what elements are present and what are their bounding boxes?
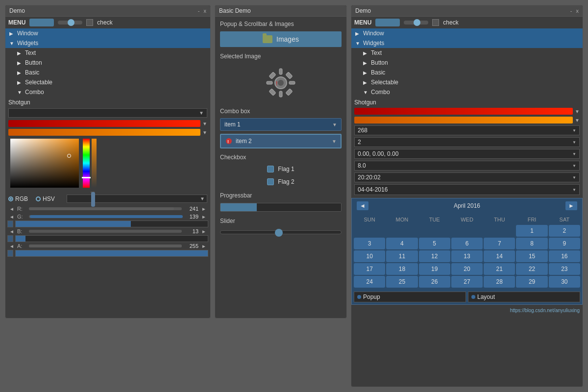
r-right-btn[interactable]: ► — [200, 206, 207, 212]
orange-bar-arrow-icon[interactable]: ▼ — [202, 130, 207, 135]
g-slider-track[interactable] — [29, 215, 182, 218]
a-slider-track[interactable] — [29, 245, 182, 247]
right-v4-row[interactable]: 8.0 ▼ — [354, 161, 580, 171]
cal-day-5[interactable]: 5 — [419, 238, 450, 249]
right-tree-item-window[interactable]: ▶ Window — [351, 28, 583, 38]
mid-slider-thumb[interactable] — [275, 229, 283, 237]
cal-day-15[interactable]: 15 — [516, 250, 547, 262]
calendar-prev-btn[interactable]: ◄ — [357, 201, 368, 210]
tree-item-window[interactable]: ▶ Window — [5, 28, 210, 38]
right-panel-minimize[interactable]: - — [570, 8, 572, 14]
right-v3-row[interactable]: 0.00, 0.00, 0.00 ▼ — [354, 149, 580, 159]
cal-day-12[interactable]: 12 — [419, 250, 450, 262]
left-menu-checkbox[interactable] — [86, 19, 93, 26]
cal-day-6[interactable]: 6 — [451, 238, 483, 249]
right-tree-item-combo[interactable]: ▼ Combo — [359, 87, 583, 97]
left-menu-slider[interactable] — [58, 21, 82, 24]
flag2-checkbox[interactable] — [267, 178, 274, 185]
color-scrollbar[interactable] — [91, 192, 95, 193]
red-bar-arrow-icon[interactable]: ▼ — [202, 121, 207, 126]
flag1-checkbox[interactable] — [267, 166, 274, 172]
left-panel-close[interactable]: x — [204, 8, 207, 14]
left-menu-button[interactable] — [29, 19, 54, 26]
a-left-btn[interactable]: ◄ — [8, 244, 15, 249]
cal-day-2[interactable]: 2 — [549, 225, 580, 237]
tree-item-combo[interactable]: ▼ Combo — [13, 87, 210, 97]
color-gradient[interactable] — [10, 139, 79, 188]
cal-day-17[interactable]: 17 — [354, 263, 385, 275]
a-bar[interactable] — [15, 250, 208, 257]
cal-day-13[interactable]: 13 — [451, 250, 483, 262]
cal-day-3[interactable]: 3 — [354, 238, 385, 249]
right-red-bar-arrow-icon[interactable]: ▼ — [575, 109, 580, 114]
cal-day-27[interactable]: 27 — [451, 276, 483, 288]
cal-day-9[interactable]: 9 — [549, 238, 580, 249]
cal-day-1[interactable]: 1 — [516, 225, 547, 237]
a-right-btn[interactable]: ► — [200, 244, 207, 249]
right-menu-button[interactable] — [375, 19, 400, 26]
right-date-row[interactable]: 04-04-2016 ▼ — [354, 184, 580, 195]
cal-day-19[interactable]: 19 — [419, 263, 450, 275]
right-tree-item-selectable[interactable]: ▶ Selectable — [359, 77, 583, 87]
calendar-next-btn[interactable]: ► — [565, 201, 577, 210]
cal-day-7[interactable]: 7 — [484, 238, 515, 249]
cal-day-28[interactable]: 28 — [484, 276, 515, 288]
cal-day-4[interactable]: 4 — [386, 238, 417, 249]
g-left-btn[interactable]: ◄ — [8, 214, 15, 220]
cal-day-26[interactable]: 26 — [419, 276, 450, 288]
cal-day-22[interactable]: 22 — [516, 263, 547, 275]
b-scroll-left[interactable] — [7, 235, 13, 242]
right-panel-close[interactable]: x — [576, 8, 579, 14]
cal-day-11[interactable]: 11 — [386, 250, 417, 262]
left-panel-minimize[interactable]: - — [198, 8, 200, 14]
b-left-btn[interactable]: ◄ — [8, 229, 15, 234]
hsv-radio[interactable]: HSV — [36, 196, 55, 202]
tree-item-text[interactable]: ▶ Text — [13, 48, 210, 58]
alpha-bar[interactable] — [92, 139, 97, 188]
g-bar[interactable] — [15, 220, 208, 227]
g-scroll-left[interactable] — [7, 220, 13, 227]
rgb-radio[interactable]: RGB — [8, 196, 28, 202]
r-slider-track[interactable] — [29, 207, 182, 210]
r-left-btn[interactable]: ◄ — [8, 206, 15, 212]
right-tree-item-button[interactable]: ▶ Button — [359, 58, 583, 68]
right-orange-bar-arrow-icon[interactable]: ▼ — [575, 118, 580, 123]
cal-day-8[interactable]: 8 — [516, 238, 547, 249]
combo-item-2[interactable]: ! item 2 ▼ — [220, 134, 342, 148]
right-tree-item-text[interactable]: ▶ Text — [359, 48, 583, 58]
g-right-btn[interactable]: ► — [200, 214, 207, 220]
cal-day-30[interactable]: 30 — [549, 276, 580, 288]
combo-item-1[interactable]: item 1 ▼ — [220, 118, 342, 131]
right-v1-row[interactable]: 268 ▼ — [354, 125, 580, 135]
cal-day-16[interactable]: 16 — [549, 250, 580, 262]
b-bar[interactable] — [15, 235, 208, 242]
hex-input-row[interactable]: ▼ — [67, 195, 207, 203]
cal-day-18[interactable]: 18 — [386, 263, 417, 275]
right-v5-row[interactable]: 20:20:02 ▼ — [354, 172, 580, 182]
tree-item-button[interactable]: ▶ Button — [13, 58, 210, 68]
cal-day-14[interactable]: 14 — [484, 250, 515, 262]
cal-day-21[interactable]: 21 — [484, 263, 515, 275]
cal-day-20[interactable]: 20 — [451, 263, 483, 275]
right-v2-row[interactable]: 2 ▼ — [354, 137, 580, 147]
a-scroll-left[interactable] — [7, 250, 13, 257]
tree-item-selectable[interactable]: ▶ Selectable — [13, 77, 210, 87]
popup-row[interactable]: Popup — [354, 292, 466, 302]
right-menu-checkbox[interactable] — [432, 19, 439, 26]
color-spectrum[interactable] — [83, 139, 90, 188]
right-tree-item-widgets[interactable]: ▼ Widgets — [351, 38, 583, 48]
mid-slider[interactable] — [220, 230, 342, 234]
layout-row[interactable]: Layout — [468, 292, 580, 302]
cal-day-29[interactable]: 29 — [516, 276, 547, 288]
right-tree-item-basic[interactable]: ▶ Basic — [359, 68, 583, 77]
cal-day-24[interactable]: 24 — [354, 276, 385, 288]
cal-day-10[interactable]: 10 — [354, 250, 385, 262]
right-menu-slider[interactable] — [404, 21, 428, 24]
url-text[interactable]: https://blog.csdn.net/anyuliuxing — [510, 308, 580, 313]
cal-day-25[interactable]: 25 — [386, 276, 417, 288]
tree-item-widgets[interactable]: ▼ Widgets — [5, 38, 210, 48]
left-shotgun-combo[interactable]: ▼ — [8, 108, 207, 118]
b-right-btn[interactable]: ► — [200, 229, 207, 234]
cal-day-23[interactable]: 23 — [549, 263, 580, 275]
tree-item-basic[interactable]: ▶ Basic — [13, 68, 210, 77]
